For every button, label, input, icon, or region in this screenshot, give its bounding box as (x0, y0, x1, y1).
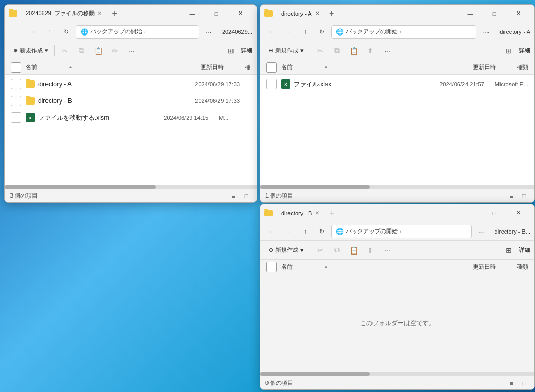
rename-btn-main[interactable]: ✏ (107, 43, 123, 58)
address-right-dir-a: directory - A (499, 29, 530, 35)
tab-main[interactable]: 20240629_ファイルの移動 ✕ (20, 6, 107, 21)
new-tab-btn-dir-a[interactable]: + (325, 7, 338, 20)
col-date-main: 更新日時 (201, 63, 224, 71)
check-dir-a[interactable] (11, 79, 21, 89)
address-globe-icon-main: 🌐 (80, 28, 88, 36)
minimize-btn-main[interactable]: — (180, 5, 204, 22)
scrollbar-thumb-main[interactable] (5, 185, 156, 189)
tab-close-main[interactable]: ✕ (98, 10, 102, 16)
rename-btn-dir-b[interactable]: ⬆ (363, 243, 378, 258)
chevron-new-dir-a: ▾ (300, 47, 304, 54)
sep1-main (54, 45, 55, 56)
scrollbar-dir-a[interactable] (260, 185, 534, 189)
file-date-dir-b: 2024/06/29 17:33 (177, 98, 240, 104)
more-btn-addr-dir-b[interactable]: ··· (474, 224, 489, 239)
forward-btn-dir-b[interactable]: → (281, 224, 296, 239)
file-name-xlsx: ファイル.xlsx (294, 80, 422, 89)
list-view-btn-dir-a[interactable]: ≡ (506, 191, 517, 201)
check-dir-b[interactable] (11, 96, 21, 106)
list-view-btn-dir-b[interactable]: ≡ (506, 378, 517, 388)
col-date-dir-a: 更新日時 (473, 63, 496, 71)
select-all-main[interactable] (11, 62, 21, 73)
address-right-main: 20240629... (222, 29, 252, 35)
forward-btn-main[interactable]: → (26, 25, 40, 39)
check-xlsm[interactable] (11, 112, 21, 123)
close-btn-dir-b[interactable]: ✕ (506, 204, 530, 222)
back-btn-main[interactable]: ← (9, 25, 24, 39)
tab-dir-a[interactable]: directory - A ✕ (276, 6, 324, 21)
file-row-xlsx[interactable]: X ファイル.xlsx 2024/06/24 21:57 Microsoft E… (260, 76, 534, 93)
refresh-btn-dir-b[interactable]: ↻ (315, 224, 329, 239)
minimize-btn-dir-a[interactable]: — (458, 5, 482, 22)
cut-btn-dir-a[interactable]: ✂ (312, 43, 328, 58)
refresh-btn-dir-a[interactable]: ↻ (315, 25, 329, 39)
sort-arrow-dir-b: ▲ (324, 264, 328, 269)
grid-view-btn-dir-a[interactable]: □ (519, 191, 529, 201)
up-btn-main[interactable]: ↑ (42, 25, 57, 39)
close-btn-main[interactable]: ✕ (228, 5, 252, 22)
paste-btn-dir-b[interactable]: 📋 (346, 243, 362, 258)
maximize-btn-dir-a[interactable]: □ (482, 5, 506, 22)
paste-btn-dir-a[interactable]: 📋 (346, 43, 362, 58)
tab-dir-b[interactable]: directory - B ✕ (276, 206, 324, 221)
file-row-xlsm[interactable]: X ファイルを移動する.xlsm 2024/06/29 14:15 M... (5, 109, 257, 126)
address-text-main: バックアップの開始 (90, 28, 142, 36)
address-box-main[interactable]: 🌐 バックアップの開始 › (76, 25, 199, 39)
view-detail-icon-dir-a[interactable]: ⊞ (501, 43, 517, 58)
file-date-dir-a: 2024/06/29 17:33 (177, 81, 240, 87)
file-row-dir-a[interactable]: directory - A 2024/06/29 17:33 (5, 76, 257, 93)
close-btn-dir-a[interactable]: ✕ (506, 5, 530, 22)
tab-dir-b-label: directory - B (281, 210, 312, 216)
select-all-dir-a[interactable] (266, 62, 277, 73)
tab-close-dir-b[interactable]: ✕ (315, 210, 319, 216)
scrollbar-main[interactable] (5, 185, 257, 189)
new-create-btn-dir-a[interactable]: ⊕ 新規作成 ▾ (264, 43, 308, 58)
status-bar-dir-a: 1 個の項目 ≡ □ (260, 189, 534, 202)
address-box-dir-b[interactable]: 🌐 バックアップの開始 › (331, 225, 472, 238)
scrollbar-thumb-dir-b[interactable] (260, 372, 370, 376)
new-create-btn-dir-b[interactable]: ⊕ 新規作成 ▾ (264, 243, 308, 258)
back-btn-dir-a[interactable]: ← (264, 25, 279, 39)
up-btn-dir-b[interactable]: ↑ (298, 224, 312, 239)
more-btn-addr-main[interactable]: ··· (201, 25, 216, 39)
rename-btn-dir-a[interactable]: ⬆ (363, 43, 378, 58)
copy-btn-dir-a[interactable]: ⧉ (329, 43, 345, 58)
new-tab-btn-main[interactable]: + (108, 7, 121, 20)
select-all-dir-b[interactable] (266, 262, 277, 272)
forward-btn-dir-a[interactable]: → (281, 25, 296, 39)
up-btn-dir-a[interactable]: ↑ (298, 25, 312, 39)
view-detail-icon-dir-b[interactable]: ⊞ (501, 243, 517, 258)
grid-view-btn-main[interactable]: □ (241, 191, 251, 201)
more-toolbar-btn-main[interactable]: ··· (124, 43, 139, 58)
address-right-dir-b: directory - B... (495, 228, 530, 235)
scrollbar-thumb-dir-a[interactable] (260, 185, 370, 189)
copy-btn-dir-b[interactable]: ⧉ (329, 243, 345, 258)
cut-btn-main[interactable]: ✂ (57, 43, 73, 58)
col-header-dir-a: 名前 ▲ 更新日時 種類 (260, 60, 534, 75)
new-tab-btn-dir-b[interactable]: + (325, 207, 338, 220)
view-detail-icon-main[interactable]: ⊞ (223, 43, 239, 58)
list-view-btn-main[interactable]: ≡ (228, 191, 239, 201)
check-xlsx[interactable] (266, 79, 277, 89)
tab-close-dir-a[interactable]: ✕ (315, 10, 319, 16)
scrollbar-dir-b[interactable] (260, 372, 534, 376)
paste-btn-main[interactable]: 📋 (90, 43, 106, 58)
refresh-btn-main[interactable]: ↻ (59, 25, 74, 39)
grid-view-btn-dir-b[interactable]: □ (519, 378, 529, 388)
more-toolbar-btn-dir-a[interactable]: ··· (379, 43, 395, 58)
cut-btn-dir-b[interactable]: ✂ (312, 243, 328, 258)
maximize-btn-dir-b[interactable]: □ (482, 204, 506, 222)
sep1-dir-a (310, 45, 310, 56)
back-btn-dir-b[interactable]: ← (264, 224, 279, 239)
excel-icon-xlsx: X (281, 79, 290, 89)
copy-btn-main[interactable]: ⧉ (74, 43, 89, 58)
address-box-dir-a[interactable]: 🌐 バックアップの開始 › (331, 25, 476, 39)
file-row-dir-b[interactable]: directory - B 2024/06/29 17:33 (5, 93, 257, 109)
maximize-btn-main[interactable]: □ (204, 5, 228, 22)
file-date-xlsm: 2024/06/29 14:15 (146, 114, 208, 121)
minimize-btn-dir-b[interactable]: — (458, 204, 482, 222)
more-toolbar-btn-dir-b[interactable]: ··· (379, 243, 395, 258)
more-btn-addr-dir-a[interactable]: ··· (479, 25, 493, 39)
new-create-btn-main[interactable]: ⊕ 新規作成 ▾ (9, 43, 52, 58)
address-globe-icon-dir-b: 🌐 (336, 228, 343, 235)
